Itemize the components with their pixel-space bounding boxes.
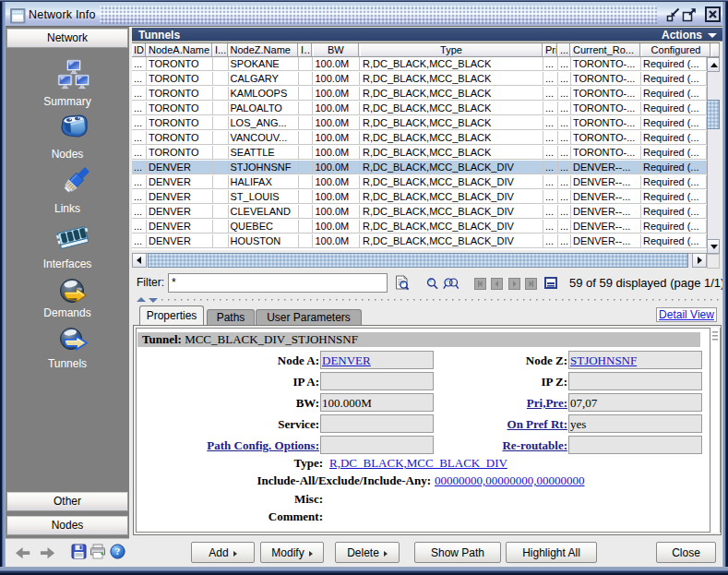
svg-text:?: ?: [115, 545, 121, 557]
